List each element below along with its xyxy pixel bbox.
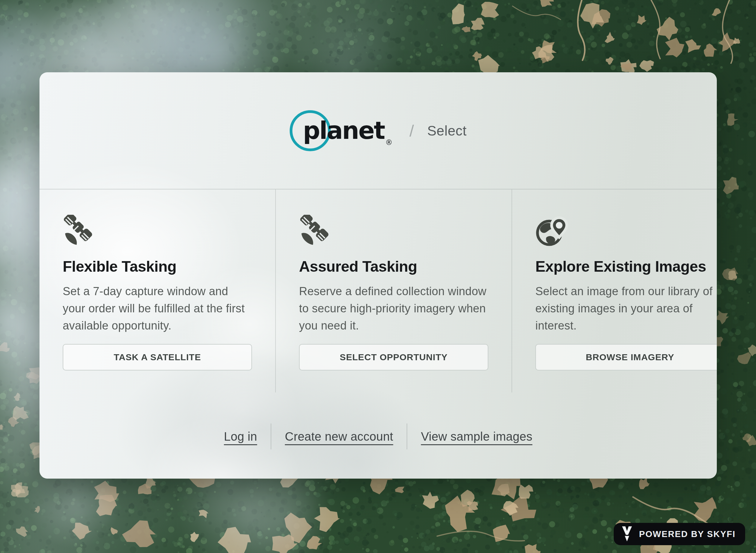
product-name: Select: [427, 123, 467, 139]
satellite-icon: [299, 215, 488, 245]
card-title: Flexible Tasking: [63, 257, 252, 275]
option-columns: Flexible Tasking Set a 7-day capture win…: [40, 189, 717, 392]
explore-existing-images-card: Explore Existing Images Select an image …: [511, 189, 717, 392]
skyfi-logo-icon: [621, 526, 633, 543]
card-description: Set a 7-day capture window and your orde…: [63, 283, 252, 334]
planet-select-logo: planet® / Select: [290, 105, 467, 156]
view-sample-images-link[interactable]: View sample images: [421, 430, 532, 443]
log-in-link[interactable]: Log in: [224, 430, 257, 443]
dialog-footer: Log in Create new account View sample im…: [40, 392, 717, 479]
footer-divider: [407, 423, 407, 449]
registered-mark: ®: [385, 138, 393, 147]
card-description: Select an image from our library of exis…: [535, 283, 717, 334]
task-a-satellite-button[interactable]: TASK A SATELLITE: [63, 344, 252, 371]
powered-by-label: POWERED BY SKYFI: [639, 529, 736, 539]
dialog-header: planet® / Select: [40, 72, 717, 189]
footer-divider: [271, 423, 271, 449]
create-new-account-link[interactable]: Create new account: [285, 430, 393, 443]
assured-tasking-card: Assured Tasking Reserve a defined collec…: [275, 189, 511, 392]
globe-pin-icon: [535, 215, 717, 245]
card-description: Reserve a defined collection window to s…: [299, 283, 488, 334]
select-mode-dialog: planet® / Select: [40, 72, 717, 479]
card-title: Explore Existing Images: [535, 257, 717, 275]
browse-imagery-button[interactable]: BROWSE IMAGERY: [535, 344, 717, 371]
select-opportunity-button[interactable]: SELECT OPPORTUNITY: [299, 344, 488, 371]
card-title: Assured Tasking: [299, 257, 488, 275]
planet-logo-text: planet®: [303, 119, 393, 143]
powered-by-skyfi-badge[interactable]: POWERED BY SKYFI: [614, 523, 745, 545]
logo-separator: /: [409, 122, 414, 140]
flexible-tasking-card: Flexible Tasking Set a 7-day capture win…: [40, 189, 275, 392]
satellite-icon: [63, 215, 252, 245]
